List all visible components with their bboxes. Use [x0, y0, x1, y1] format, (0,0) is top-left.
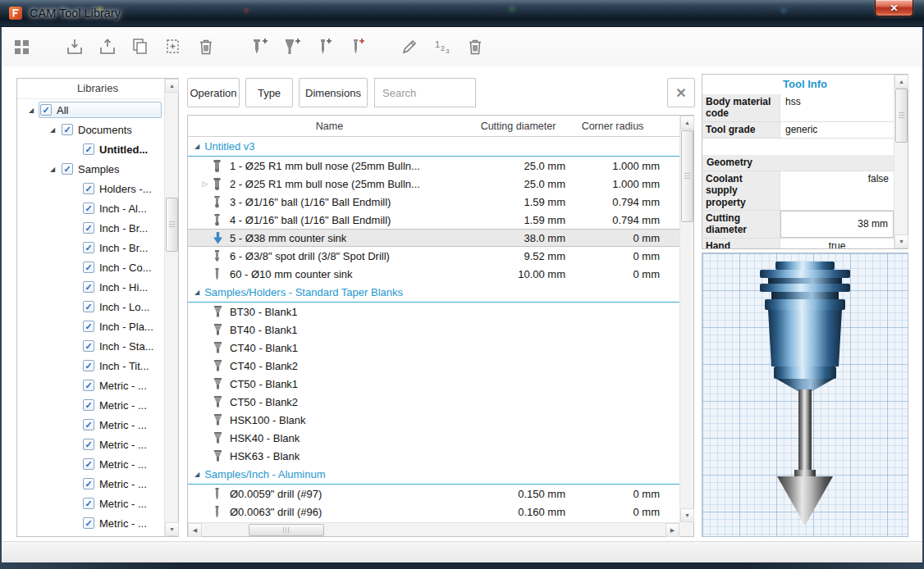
tool-row[interactable]: ▷2 - Ø25 R1 mm bull nose (25mm Bulln...2…: [188, 175, 679, 193]
library-tree-item[interactable]: ◢✓Samples: [17, 159, 164, 179]
renumber-tools-button[interactable]: 123: [428, 32, 456, 61]
tree-expander-icon[interactable]: ◢: [24, 107, 39, 114]
checkbox-checked-icon[interactable]: ✓: [83, 301, 94, 312]
tool-row[interactable]: 4 - Ø1/16" ball (1/16" Ball Endmill)1.59…: [188, 211, 679, 229]
new-turning-tool-button[interactable]: [310, 32, 338, 61]
tool-preview-panel[interactable]: [702, 253, 908, 537]
row-expander-icon[interactable]: ▷: [198, 180, 213, 188]
checkbox-checked-icon[interactable]: ✓: [83, 340, 94, 352]
library-tree-item[interactable]: ✓Untitled...: [17, 139, 164, 159]
library-tree-item[interactable]: ✓Inch - Al...: [17, 198, 164, 218]
library-tree-item[interactable]: ✓Metric - ...: [17, 376, 164, 395]
tool-row[interactable]: 1 - Ø25 R1 mm bull nose (25mm Bulln...25…: [188, 157, 679, 175]
tool-row[interactable]: CT50 - Blank2: [188, 393, 679, 411]
checkbox-checked-icon[interactable]: ✓: [83, 419, 94, 430]
checkbox-checked-icon[interactable]: ✓: [62, 124, 73, 135]
checkbox-checked-icon[interactable]: ✓: [83, 380, 94, 391]
paste-tool-button[interactable]: [159, 32, 187, 61]
library-tree-item[interactable]: ✓Holders -...: [17, 179, 164, 198]
group-expander-icon[interactable]: ◢: [194, 471, 199, 478]
table-vertical-scrollbar[interactable]: ▲ ▼: [679, 116, 693, 522]
checkbox-checked-icon[interactable]: ✓: [83, 183, 94, 194]
tool-row[interactable]: CT50 - Blank1: [188, 375, 679, 393]
checkbox-checked-icon[interactable]: ✓: [62, 163, 73, 175]
library-tree-item[interactable]: ✓Inch - Pla...: [17, 316, 164, 336]
scrollbar-thumb[interactable]: [166, 198, 178, 252]
tool-row[interactable]: HSK40 - Blank: [188, 429, 679, 447]
tree-expander-icon[interactable]: ◢: [45, 126, 60, 134]
checkbox-checked-icon[interactable]: ✓: [83, 360, 94, 371]
scroll-up-button[interactable]: ▲: [165, 79, 179, 93]
library-tree-item[interactable]: ✓Metric - ...: [17, 435, 164, 454]
library-tree-item[interactable]: ✓Inch - Br...: [17, 218, 164, 238]
checkbox-checked-icon[interactable]: ✓: [83, 399, 94, 411]
checkbox-checked-icon[interactable]: ✓: [83, 517, 94, 529]
tool-info-scrollbar[interactable]: ▲ ▼: [894, 75, 908, 248]
new-holder-button[interactable]: [277, 32, 305, 61]
table-horizontal-scrollbar[interactable]: ◀ ▶: [188, 522, 679, 536]
tool-row[interactable]: 6 - Ø3/8" spot drill (3/8" Spot Drill)9.…: [188, 247, 679, 265]
checkbox-checked-icon[interactable]: ✓: [83, 321, 94, 332]
checkbox-checked-icon[interactable]: ✓: [83, 203, 94, 214]
checkbox-checked-icon[interactable]: ✓: [83, 222, 94, 234]
checkbox-checked-icon[interactable]: ✓: [83, 281, 94, 293]
checkbox-checked-icon[interactable]: ✓: [83, 478, 94, 489]
library-tree-item[interactable]: ✓Metric - ...: [17, 513, 164, 533]
library-tree-item[interactable]: ✓Metric - ...: [17, 474, 164, 494]
new-mill-tool-button[interactable]: [245, 32, 272, 61]
checkbox-checked-icon[interactable]: ✓: [83, 242, 94, 253]
library-tree-item[interactable]: ◢✓Documents: [17, 120, 164, 139]
library-tree-item[interactable]: ✓Inch - Hi...: [17, 277, 164, 297]
column-header-cutting-diameter[interactable]: Cutting diameter: [471, 121, 565, 132]
tool-row[interactable]: Ø0.0063" drill (#96)0.160 mm0 mm: [188, 503, 679, 521]
checkbox-checked-icon[interactable]: ✓: [83, 262, 94, 273]
library-tree-item[interactable]: ◢✓All: [17, 100, 164, 120]
scrollbar-thumb[interactable]: [681, 130, 693, 222]
scroll-down-button[interactable]: ▼: [894, 234, 908, 248]
library-tree-item[interactable]: ✓Metric - ...: [17, 494, 164, 513]
group-expander-icon[interactable]: ◢: [194, 143, 199, 150]
close-button[interactable]: ✕: [875, 0, 913, 16]
column-header-corner-radius[interactable]: Corner radius: [565, 121, 660, 132]
library-tree-item[interactable]: ✓Inch - Tit...: [17, 356, 164, 376]
filter-type-button[interactable]: Type: [245, 78, 293, 107]
library-tree-item[interactable]: ✓Inch - Sta...: [17, 336, 164, 356]
checkbox-checked-icon[interactable]: ✓: [83, 439, 94, 450]
copy-tool-button[interactable]: [126, 32, 154, 61]
delete-tool-button[interactable]: [461, 32, 489, 61]
search-input[interactable]: [375, 79, 475, 107]
tool-row[interactable]: HSK63 - Blank: [188, 447, 679, 465]
tool-row[interactable]: 3 - Ø1/16" ball (1/16" Ball Endmill)1.59…: [188, 193, 679, 211]
checkbox-checked-icon[interactable]: ✓: [83, 143, 94, 155]
tool-row[interactable]: 5 - Ø38 mm counter sink38.0 mm0 mm: [188, 229, 679, 247]
scroll-right-button[interactable]: ▶: [666, 523, 679, 537]
filter-operation-button[interactable]: Operation: [187, 78, 240, 107]
close-filter-button[interactable]: ✕: [667, 78, 695, 107]
library-tree-item[interactable]: ✓Metric - ...: [17, 454, 164, 474]
tool-row[interactable]: Ø0.0059" drill (#97)0.150 mm0 mm: [188, 485, 679, 503]
checkbox-checked-icon[interactable]: ✓: [83, 498, 94, 509]
column-header-name[interactable]: Name: [188, 121, 471, 132]
library-tree-item[interactable]: ✓Inch - Co...: [17, 257, 164, 277]
tool-row[interactable]: CT40 - Blank1: [188, 339, 679, 357]
library-tree-item[interactable]: ✓Metric - ...: [17, 415, 164, 435]
titlebar[interactable]: CAM Tool Library ✕: [0, 0, 924, 27]
tool-row[interactable]: CT40 - Blank2: [188, 357, 679, 375]
scroll-left-button[interactable]: ◀: [188, 523, 202, 537]
import-tools-button[interactable]: [61, 32, 89, 61]
tool-group-header[interactable]: ◢Samples/Inch - Aluminum: [188, 465, 679, 485]
library-tree-item[interactable]: ✓Metric - ...: [17, 395, 164, 415]
tool-group-header[interactable]: ◢Samples/Holders - Standard Taper Blanks: [188, 283, 679, 303]
scroll-down-button[interactable]: ▼: [680, 508, 694, 522]
tool-row[interactable]: HSK100 - Blank: [188, 411, 679, 429]
group-expander-icon[interactable]: ◢: [194, 289, 199, 296]
library-tree-item[interactable]: ✓Inch - Br...: [17, 238, 164, 257]
checkbox-checked-icon[interactable]: ✓: [83, 458, 94, 470]
export-tools-button[interactable]: [94, 32, 121, 61]
library-tree-item[interactable]: ✓Inch - Lo...: [17, 297, 164, 316]
library-tree-item[interactable]: ✓Sample ...: [17, 533, 164, 536]
scrollbar-thumb[interactable]: [895, 89, 908, 143]
scroll-up-button[interactable]: ▲: [680, 116, 694, 130]
tool-row[interactable]: BT30 - Blank1: [188, 303, 679, 321]
checkbox-checked-icon[interactable]: ✓: [40, 104, 52, 116]
